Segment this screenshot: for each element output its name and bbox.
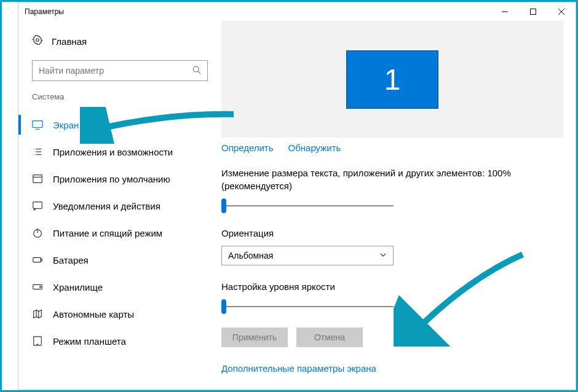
- svg-point-23: [40, 286, 41, 288]
- svg-line-6: [198, 71, 200, 74]
- maximize-button[interactable]: [519, 2, 547, 21]
- sidebar-item-display[interactable]: Экран: [18, 111, 221, 138]
- nav-label: Питание и спящий режим: [53, 228, 162, 238]
- sidebar-item-battery[interactable]: Батарея: [18, 246, 221, 273]
- sidebar-item-maps[interactable]: Автономные карты: [18, 300, 221, 327]
- notification-icon: [32, 200, 43, 211]
- brightness-label: Настройка уровня яркости: [221, 280, 563, 293]
- monitor-number: 1: [384, 63, 401, 96]
- nav-label: Хранилище: [53, 282, 103, 292]
- search-input-container[interactable]: [32, 60, 208, 81]
- sidebar-item-power[interactable]: Питание и спящий режим: [18, 219, 221, 246]
- window-title: Параметры: [25, 7, 64, 16]
- home-nav[interactable]: Главная: [18, 31, 221, 52]
- home-label: Главная: [52, 36, 87, 47]
- close-button[interactable]: [547, 2, 576, 21]
- sidebar-item-default-apps[interactable]: Приложения по умолчанию: [18, 165, 221, 192]
- minimize-button[interactable]: [491, 2, 519, 21]
- storage-icon: [32, 281, 43, 292]
- cancel-button[interactable]: Отмена: [296, 327, 363, 347]
- nav-label: Приложения по умолчанию: [53, 174, 170, 184]
- slider-track: [221, 205, 394, 206]
- settings-window: Параметры: [18, 2, 576, 390]
- sidebar-item-notifications[interactable]: Уведомления и действия: [18, 192, 221, 219]
- slider-thumb[interactable]: [221, 198, 226, 213]
- apply-button[interactable]: Применить: [221, 327, 288, 347]
- sidebar-item-tablet[interactable]: Режим планшета: [18, 327, 221, 355]
- main-panel: 1 Определить Обнаружить Изменение размер…: [221, 21, 576, 390]
- monitor-icon: [32, 119, 43, 130]
- battery-icon: [32, 254, 43, 265]
- display-preview: 1: [221, 21, 563, 138]
- search-icon: [192, 66, 201, 76]
- orientation-dropdown[interactable]: Альбомная: [221, 246, 394, 265]
- svg-rect-7: [33, 121, 42, 128]
- svg-rect-15: [33, 175, 42, 183]
- svg-rect-21: [41, 259, 42, 261]
- detect-link[interactable]: Обнаружить: [288, 143, 341, 153]
- scale-label: Изменение размера текста, приложений и д…: [221, 167, 517, 192]
- svg-rect-17: [33, 202, 42, 209]
- dropdown-value: Альбомная: [228, 251, 273, 261]
- titlebar: Параметры: [18, 2, 576, 21]
- search-input[interactable]: [39, 66, 192, 76]
- nav-label: Батарея: [53, 255, 89, 265]
- list-icon: [32, 146, 43, 157]
- svg-point-4: [36, 39, 39, 42]
- scale-slider[interactable]: [221, 198, 394, 213]
- svg-rect-20: [33, 257, 41, 262]
- section-title: Система: [18, 92, 221, 101]
- nav-label: Экран: [53, 120, 79, 130]
- chevron-down-icon: [379, 251, 387, 261]
- svg-point-5: [193, 66, 199, 72]
- titlebar-controls: [491, 2, 576, 21]
- brightness-slider[interactable]: [221, 299, 394, 314]
- nav-label: Приложения и возможности: [53, 147, 173, 157]
- sidebar-item-storage[interactable]: Хранилище: [18, 273, 221, 300]
- nav-label: Уведомления и действия: [53, 201, 160, 211]
- advanced-display-link[interactable]: Дополнительные параметры экрана: [221, 363, 563, 374]
- nav-label: Режим планшета: [53, 336, 126, 347]
- monitor-tile[interactable]: 1: [346, 50, 438, 109]
- sidebar: Главная Система Экран: [18, 21, 221, 390]
- slider-thumb[interactable]: [221, 299, 226, 314]
- slider-track: [221, 306, 394, 307]
- identify-link[interactable]: Определить: [221, 143, 274, 153]
- sidebar-item-apps[interactable]: Приложения и возможности: [18, 138, 221, 165]
- orientation-label: Ориентация: [221, 227, 563, 240]
- defaults-icon: [32, 173, 43, 184]
- tablet-icon: [32, 335, 43, 347]
- map-icon: [32, 308, 43, 319]
- svg-rect-1: [531, 9, 536, 15]
- nav-label: Автономные карты: [53, 309, 134, 319]
- power-icon: [32, 227, 43, 238]
- gear-icon: [32, 34, 43, 48]
